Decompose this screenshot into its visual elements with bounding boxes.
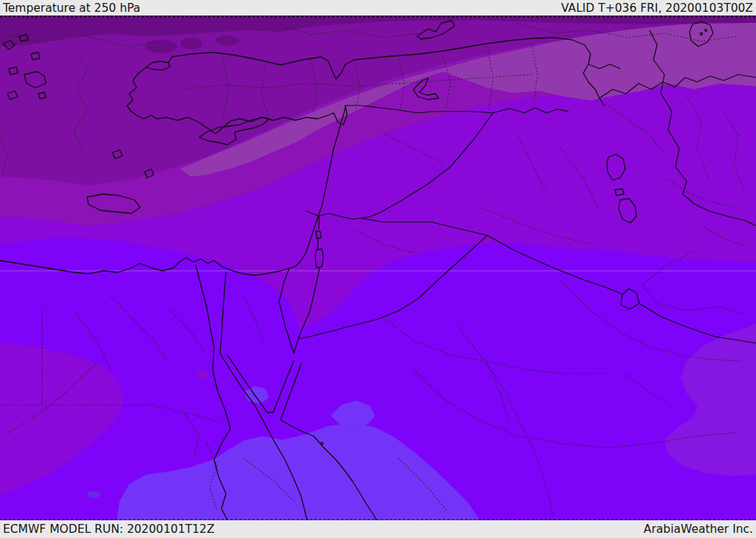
map-title: Temperature at 250 hPa: [3, 1, 140, 15]
model-run-label: ECMWF MODEL RUN: 20200101T12Z: [3, 521, 215, 537]
map-footer-bar: ECMWF MODEL RUN: 20200101T12Z ArabiaWeat…: [0, 520, 756, 538]
temp-spot-blue: [87, 492, 100, 498]
map-area: [0, 15, 756, 520]
map-header-bar: Temperature at 250 hPa VALID T+036 FRI, …: [0, 0, 756, 15]
temp-spot-violet: [195, 370, 208, 380]
provider-credit: ArabiaWeather Inc.: [644, 521, 753, 537]
valid-time-label: VALID T+036 FRI, 20200103T00Z: [561, 1, 753, 15]
weather-map-window: { "header": { "title": "Temperature at 2…: [0, 0, 756, 538]
temperature-map-canvas: [0, 15, 756, 520]
